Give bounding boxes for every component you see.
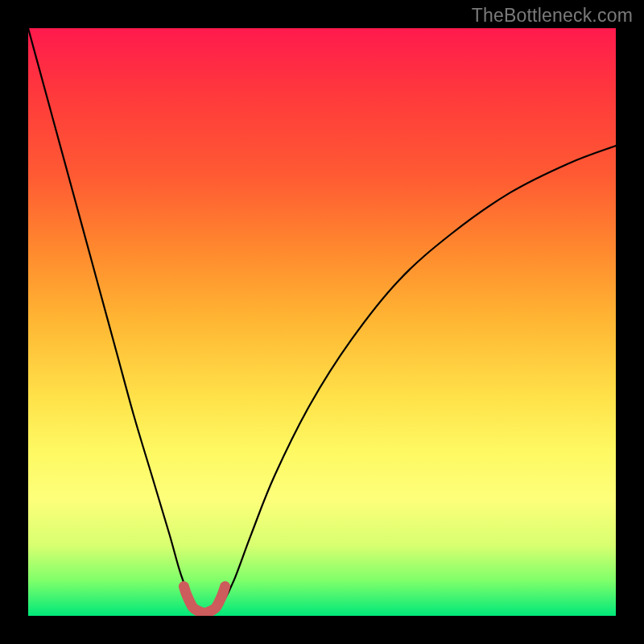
bottleneck-curve (28, 28, 616, 613)
plot-area (28, 28, 616, 616)
highlight-region (184, 587, 225, 613)
chart-frame: TheBottleneck.com (0, 0, 644, 644)
watermark-text: TheBottleneck.com (472, 5, 633, 27)
curve-layer (28, 28, 616, 616)
